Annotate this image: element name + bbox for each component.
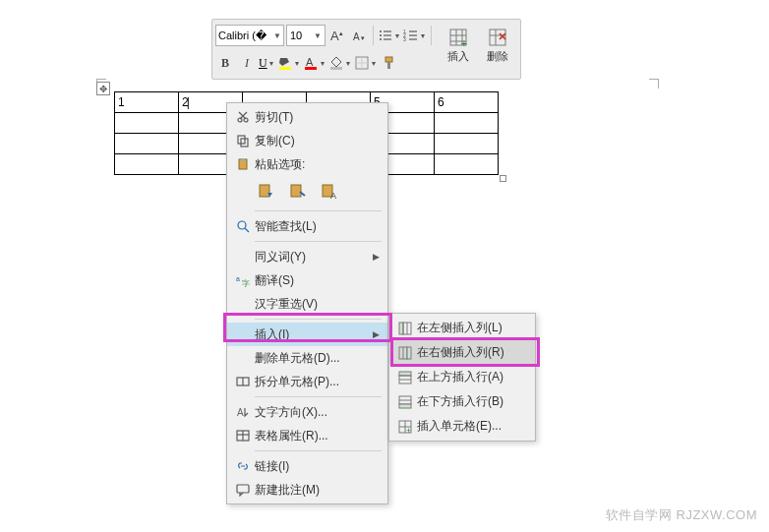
chevron-down-icon: ▾: [344, 59, 352, 68]
svg-rect-35: [387, 62, 390, 69]
svg-text:A: A: [330, 29, 339, 43]
submenu-insert-cells[interactable]: + 插入单元格(E)...: [389, 414, 535, 439]
menu-synonyms[interactable]: 同义词(Y) ▶: [227, 245, 387, 268]
font-size-value: 10: [290, 30, 302, 41]
search-icon: [231, 219, 255, 233]
font-size-combo[interactable]: 10 ▼: [286, 25, 325, 46]
numbering-button[interactable]: 123 ▾: [403, 25, 427, 46]
menu-smart-lookup[interactable]: 智能查找(L): [227, 214, 387, 238]
chevron-down-icon: ▾: [393, 31, 401, 40]
grow-font-button[interactable]: A▴: [327, 25, 347, 46]
svg-text:A: A: [330, 191, 336, 201]
clipboard-icon: [231, 157, 255, 171]
italic-button[interactable]: I: [237, 52, 257, 74]
font-color-button[interactable]: A ▾: [303, 52, 326, 74]
delete-big-button[interactable]: 删除: [479, 22, 516, 69]
context-menu: 剪切(T) 复制(C) 粘贴选项: A 智能查找(L) 同义词(Y) ▶ a字 …: [226, 102, 388, 504]
submenu-insert-cols-left[interactable]: 在左侧插入列(L): [389, 316, 535, 340]
table-properties-icon: [231, 429, 255, 443]
font-name-combo[interactable]: Calibri (� ▼: [215, 25, 284, 46]
paste-keep-source-icon[interactable]: [255, 180, 278, 204]
table-cell[interactable]: [435, 113, 499, 134]
chevron-down-icon: ▾: [319, 59, 326, 68]
table-move-handle-icon[interactable]: ✥: [96, 82, 110, 95]
menu-table-properties[interactable]: 表格属性(R)...: [227, 424, 387, 447]
bold-button[interactable]: B: [215, 52, 235, 74]
chevron-down-icon: ▼: [273, 31, 281, 40]
menu-hyperlink[interactable]: 链接(I): [227, 454, 387, 478]
paste-options-row: A: [227, 176, 387, 207]
svg-text:3: 3: [403, 36, 406, 42]
menu-new-comment[interactable]: 新建批注(M): [227, 478, 387, 502]
watermark-text: 软件自学网 RJZXW.COM: [606, 506, 757, 524]
shading-button[interactable]: ▾: [328, 52, 352, 74]
menu-reconvert[interactable]: 汉字重选(V): [227, 292, 387, 316]
insert-rows-above-icon: [393, 370, 417, 385]
copy-icon: [231, 134, 255, 148]
svg-rect-27: [279, 67, 291, 70]
svg-rect-34: [385, 57, 392, 62]
translate-icon: a字: [231, 273, 255, 287]
svg-rect-65: [399, 372, 411, 376]
svg-rect-29: [305, 67, 317, 70]
insert-cols-right-icon: [393, 345, 417, 361]
insert-big-button[interactable]: + 插入: [440, 22, 477, 69]
table-cell[interactable]: [115, 154, 179, 175]
table-resize-handle[interactable]: [500, 175, 506, 182]
format-painter-button[interactable]: [380, 52, 399, 74]
text-direction-icon: A: [231, 405, 255, 419]
table-cell[interactable]: [435, 154, 499, 175]
insert-submenu: 在左侧插入列(L) 在右侧插入列(R) 在上方插入行(A) 在下方插入行(B) …: [388, 313, 536, 442]
svg-text:a: a: [236, 275, 240, 282]
svg-text:+: +: [406, 426, 411, 435]
svg-rect-44: [260, 185, 269, 197]
menu-translate[interactable]: a字 翻译(S): [227, 268, 387, 292]
table-cell[interactable]: [115, 134, 179, 154]
chevron-right-icon: ▶: [373, 252, 380, 262]
underline-button[interactable]: U ▾: [259, 52, 275, 74]
svg-text:A: A: [306, 56, 314, 68]
chevron-down-icon: ▼: [314, 31, 322, 40]
svg-point-48: [238, 221, 246, 229]
paste-merge-icon[interactable]: [286, 180, 310, 204]
shrink-font-button[interactable]: A▾: [349, 25, 369, 46]
svg-point-6: [380, 34, 382, 36]
borders-button[interactable]: ▾: [354, 52, 378, 74]
paste-text-only-icon[interactable]: A: [318, 180, 341, 204]
svg-rect-59: [399, 323, 403, 334]
menu-paste-options-header: 粘贴选项:: [227, 152, 387, 176]
bullets-button[interactable]: ▾: [378, 25, 401, 46]
svg-point-8: [380, 38, 382, 40]
chevron-down-icon: ▾: [293, 59, 301, 68]
svg-text:▾: ▾: [361, 34, 365, 41]
submenu-insert-rows-above[interactable]: 在上方插入行(A): [389, 365, 535, 389]
menu-delete-cells[interactable]: 删除单元格(D)...: [227, 346, 387, 370]
svg-rect-58: [237, 485, 249, 493]
svg-text:字: 字: [242, 279, 250, 287]
insert-cols-left-icon: [393, 321, 417, 336]
svg-rect-64: [407, 347, 411, 359]
table-cell[interactable]: 6: [435, 92, 499, 113]
table-cell[interactable]: [115, 113, 179, 134]
chevron-down-icon: ▾: [419, 31, 427, 40]
delete-label: 删除: [487, 49, 508, 64]
menu-copy[interactable]: 复制(C): [227, 129, 387, 152]
submenu-insert-rows-below[interactable]: 在下方插入行(B): [389, 389, 535, 414]
svg-rect-30: [330, 67, 342, 70]
svg-text:A: A: [353, 31, 360, 42]
table-cell[interactable]: 1: [115, 92, 179, 113]
menu-split-cells[interactable]: 拆分单元格(P)...: [227, 370, 387, 393]
svg-text:▴: ▴: [339, 30, 343, 36]
svg-text:+: +: [461, 38, 467, 47]
link-icon: [231, 459, 255, 473]
highlight-button[interactable]: ▾: [277, 52, 301, 74]
insert-label: 插入: [447, 49, 469, 64]
table-cell[interactable]: [435, 134, 499, 154]
menu-cut[interactable]: 剪切(T): [227, 105, 387, 129]
page-corner-top-right: [649, 79, 659, 89]
menu-insert[interactable]: 插入(I) ▶: [227, 323, 387, 346]
menu-text-direction[interactable]: A 文字方向(X)...: [227, 400, 387, 424]
comment-icon: [231, 483, 255, 497]
submenu-insert-cols-right[interactable]: 在右侧插入列(R): [389, 340, 535, 365]
mini-toolbar: Calibri (� ▼ 10 ▼ A▴ A▾ ▾ 123 ▾ + 插入 删除: [211, 19, 521, 80]
